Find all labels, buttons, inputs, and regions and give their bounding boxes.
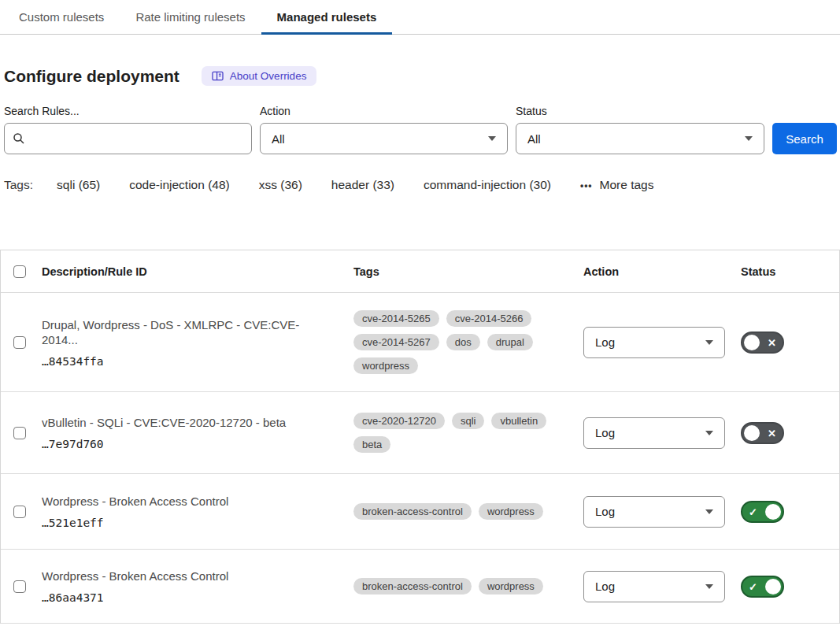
action-select-value: Log bbox=[595, 426, 615, 439]
column-header-action: Action bbox=[583, 265, 741, 278]
status-filter-select[interactable]: All bbox=[516, 123, 764, 154]
toggle-knob bbox=[744, 425, 760, 441]
tag-chip: cve-2014-5267 bbox=[353, 334, 439, 350]
chevron-down-icon bbox=[705, 431, 713, 435]
chevron-down-icon bbox=[705, 584, 713, 589]
status-filter-value: All bbox=[527, 132, 541, 146]
search-rules-label: Search Rules... bbox=[4, 105, 252, 117]
tag-chip: wordpress bbox=[353, 357, 418, 374]
action-select-value: Log bbox=[595, 580, 615, 593]
tag-chip: broken-access-control bbox=[353, 578, 472, 595]
tags-bar: Tags: sqli (65) code-injection (48) xss … bbox=[4, 178, 840, 192]
tag-chip: drupal bbox=[487, 334, 533, 350]
tag-chip: cve-2014-5265 bbox=[353, 310, 439, 327]
status-toggle[interactable]: ✓ ✕ bbox=[741, 332, 784, 354]
toggle-knob bbox=[765, 504, 781, 520]
tag-chip: beta bbox=[353, 436, 390, 453]
search-button[interactable]: Search bbox=[772, 123, 837, 154]
tag-chip: sqli bbox=[452, 413, 485, 429]
table-row: Wordpress - Broken Access Control …86aa4… bbox=[1, 550, 839, 624]
tag-chip: broken-access-control bbox=[353, 503, 472, 520]
column-header-tags: Tags bbox=[353, 265, 583, 278]
table-row: Wordpress - Broken Access Control …521e1… bbox=[1, 474, 839, 550]
tag-filter-xss[interactable]: xss (36) bbox=[259, 178, 302, 192]
search-rules-input[interactable] bbox=[31, 132, 243, 146]
managed-rules-table: Description/Rule ID Tags Action Status D… bbox=[0, 250, 840, 624]
tag-filter-code-injection[interactable]: code-injection (48) bbox=[129, 178, 230, 192]
search-icon bbox=[13, 132, 25, 145]
rule-tags: cve-2020-12720 sqli vbulletin beta bbox=[353, 413, 583, 453]
row-checkbox[interactable] bbox=[13, 427, 26, 439]
table-header-row: Description/Rule ID Tags Action Status bbox=[1, 250, 839, 293]
action-select-value: Log bbox=[595, 505, 615, 518]
column-header-status: Status bbox=[741, 265, 839, 278]
tag-chip: cve-2014-5266 bbox=[446, 310, 532, 327]
tag-filter-header[interactable]: header (33) bbox=[331, 178, 394, 192]
tag-filter-command-injection[interactable]: command-injection (30) bbox=[424, 178, 551, 192]
toggle-knob bbox=[765, 579, 781, 595]
rule-description: Drupal, Wordpress - DoS - XMLRPC - CVE:C… bbox=[42, 317, 335, 348]
action-select[interactable]: Log bbox=[583, 327, 725, 358]
ellipsis-icon: ••• bbox=[580, 180, 593, 191]
column-header-description: Description/Rule ID bbox=[42, 265, 353, 278]
chevron-down-icon bbox=[745, 136, 753, 141]
table-row: vBulletin - SQLi - CVE:CVE-2020-12720 - … bbox=[1, 392, 839, 474]
action-select-value: Log bbox=[595, 335, 615, 349]
toggle-knob bbox=[744, 335, 760, 350]
chevron-down-icon bbox=[705, 340, 713, 345]
action-filter-label: Action bbox=[260, 105, 508, 117]
tag-chip: cve-2020-12720 bbox=[353, 413, 445, 429]
rule-id: …86aa4371 bbox=[42, 591, 335, 604]
rule-tags: cve-2014-5265 cve-2014-5266 cve-2014-526… bbox=[353, 310, 583, 374]
action-filter-value: All bbox=[272, 132, 285, 146]
rule-tags: broken-access-control wordpress bbox=[353, 578, 583, 595]
rule-description: Wordpress - Broken Access Control bbox=[42, 494, 335, 509]
action-select[interactable]: Log bbox=[583, 496, 725, 528]
row-checkbox[interactable] bbox=[13, 580, 26, 593]
tag-filter-sqli[interactable]: sqli (65) bbox=[57, 178, 100, 192]
status-toggle[interactable]: ✓ ✕ bbox=[741, 501, 784, 523]
more-tags-label: More tags bbox=[600, 178, 654, 192]
page-title: Configure deployment bbox=[4, 67, 179, 86]
status-toggle[interactable]: ✓ ✕ bbox=[741, 422, 784, 444]
action-select[interactable]: Log bbox=[583, 571, 725, 602]
book-icon bbox=[212, 71, 224, 81]
row-checkbox[interactable] bbox=[13, 506, 26, 518]
search-box[interactable] bbox=[4, 123, 252, 154]
x-icon: ✕ bbox=[768, 336, 776, 348]
filter-bar: Search Rules... Action All Status All Se… bbox=[4, 105, 837, 154]
tags-bar-label: Tags: bbox=[4, 178, 33, 192]
rule-description: vBulletin - SQLi - CVE:CVE-2020-12720 - … bbox=[42, 415, 335, 431]
select-all-checkbox[interactable] bbox=[13, 265, 26, 278]
rule-tags: broken-access-control wordpress bbox=[353, 503, 583, 520]
action-select[interactable]: Log bbox=[583, 417, 725, 449]
tag-chip: wordpress bbox=[479, 578, 543, 595]
status-toggle[interactable]: ✓ ✕ bbox=[741, 576, 784, 598]
chevron-down-icon bbox=[488, 136, 496, 141]
tag-chip: wordpress bbox=[479, 503, 543, 520]
row-checkbox[interactable] bbox=[13, 336, 26, 349]
tag-chip: dos bbox=[446, 334, 480, 350]
rule-id: …7e97d760 bbox=[42, 438, 335, 450]
ruleset-tabbar: Custom rulesets Rate limiting rulesets M… bbox=[0, 0, 840, 35]
x-icon: ✕ bbox=[768, 427, 776, 439]
action-filter-select[interactable]: All bbox=[260, 123, 508, 154]
tab-rate-limiting-rulesets[interactable]: Rate limiting rulesets bbox=[120, 0, 261, 34]
about-overrides-label: About Overrides bbox=[230, 70, 307, 82]
rule-description: Wordpress - Broken Access Control bbox=[42, 569, 335, 584]
rule-id: …84534ffa bbox=[42, 355, 335, 368]
chevron-down-icon bbox=[705, 509, 713, 514]
tab-custom-rulesets[interactable]: Custom rulesets bbox=[3, 0, 120, 34]
table-row: Drupal, Wordpress - DoS - XMLRPC - CVE:C… bbox=[1, 293, 839, 392]
rule-id: …521e1eff bbox=[42, 517, 335, 529]
more-tags-button[interactable]: ••• More tags bbox=[580, 178, 654, 192]
check-icon: ✓ bbox=[749, 580, 757, 592]
status-filter-label: Status bbox=[516, 105, 764, 117]
tab-managed-rulesets[interactable]: Managed rulesets bbox=[261, 0, 393, 34]
about-overrides-link[interactable]: About Overrides bbox=[202, 66, 317, 86]
tag-chip: vbulletin bbox=[491, 413, 546, 429]
heading-row: Configure deployment About Overrides bbox=[4, 66, 840, 86]
check-icon: ✓ bbox=[749, 506, 757, 517]
